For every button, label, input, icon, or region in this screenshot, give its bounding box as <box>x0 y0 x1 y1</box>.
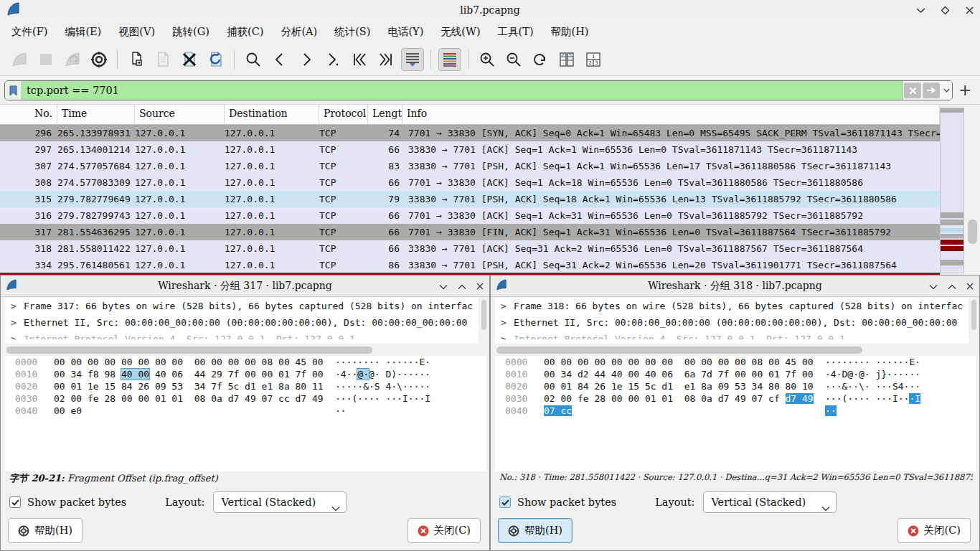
resize-columns-icon[interactable] <box>555 48 578 71</box>
hex-line[interactable]: 003002 00 fe 28 00 00 01 01 08 0a d7 49 … <box>5 392 486 405</box>
colorize-icon[interactable] <box>438 48 461 71</box>
menu-item-wireless[interactable]: 无线(W) <box>432 22 489 42</box>
go-to-packet-icon[interactable] <box>321 48 344 71</box>
hex-segment[interactable]: ·· <box>825 405 837 416</box>
hex-segment[interactable]: ·4·· <box>335 369 357 380</box>
expander-icon[interactable]: > <box>11 298 17 314</box>
tree-row[interactable]: >Frame 317: 66 bytes on wire (528 bits),… <box>5 298 479 314</box>
hex-segment[interactable]: 40 06 44 29 7f 00 00 01 7f 00 <box>149 369 324 380</box>
file-close-icon[interactable] <box>178 48 201 71</box>
dialog-close-icon[interactable] <box>476 279 484 293</box>
packet-row-307[interactable]: 307274.577057684127.0.0.1127.0.0.1TCP833… <box>0 158 940 174</box>
help-button[interactable]: 帮助(H) <box>498 518 573 543</box>
hex-segment[interactable]: ·····&·S 4·\····· <box>335 381 430 392</box>
menu-item-capture[interactable]: 捕获(C) <box>218 22 272 42</box>
column-header-length[interactable]: Length <box>368 105 402 124</box>
filter-bookmark-icon[interactable] <box>5 81 22 100</box>
hex-segment[interactable]: 00 e0 <box>54 405 82 416</box>
hex-segment[interactable]: ···&··\· ···S4··· <box>825 381 920 392</box>
menu-item-tools[interactable]: 工具(T) <box>489 22 542 42</box>
hex-line[interactable]: 004007 cc·· <box>495 405 976 417</box>
window-close-icon[interactable] <box>963 4 976 17</box>
filter-add-button[interactable]: + <box>958 83 971 98</box>
packet-list-minimap-scrollbar[interactable] <box>940 108 964 273</box>
hex-segment[interactable]: 00 01 84 26 1e 15 5c d1 e1 8a 09 53 34 8… <box>544 381 814 392</box>
hex-line[interactable]: 002000 01 1e 15 84 26 09 53 34 7f 5c d1 … <box>5 380 486 392</box>
hex-segment[interactable]: ········ ······E· <box>335 357 430 367</box>
column-header-no[interactable]: No. <box>0 105 57 124</box>
hex-segment[interactable]: ···(···· ···I·· <box>825 393 909 404</box>
hex-segment[interactable]: ·I <box>909 393 920 404</box>
menu-item-view[interactable]: 视图(V) <box>110 22 164 42</box>
hex-segment[interactable]: @· <box>357 369 369 380</box>
close-button[interactable]: 关闭(C) <box>407 518 481 543</box>
scrollbar-thumb[interactable] <box>968 220 977 244</box>
filter-dropdown-caret-icon[interactable] <box>941 88 952 93</box>
close-button[interactable]: 关闭(C) <box>897 518 971 543</box>
file-open-icon[interactable] <box>125 48 148 71</box>
menu-item-edit[interactable]: 编辑(E) <box>56 22 110 42</box>
hex-line[interactable]: 003002 00 fe 28 00 00 01 01 08 0a d7 49 … <box>495 392 976 405</box>
expander-icon[interactable]: > <box>501 314 507 331</box>
auto-scroll-icon[interactable] <box>401 48 424 71</box>
go-next-icon[interactable] <box>295 48 318 71</box>
layout-select[interactable]: Vertical (Stacked) <box>213 491 347 513</box>
reorder-columns-icon[interactable]: 123 <box>582 48 605 71</box>
dialog-minimize-icon[interactable] <box>439 279 448 293</box>
packet-row-334[interactable]: 334295.761480561127.0.0.1127.0.0.1TCP863… <box>0 257 940 273</box>
tree-row-partial[interactable]: >Internet Protocol Version 4, Src: 127.0… <box>495 331 969 339</box>
display-filter-input[interactable] <box>22 81 903 100</box>
hex-line[interactable]: 000000 00 00 00 00 00 00 00 00 00 00 00 … <box>5 356 486 368</box>
display-filter-field[interactable] <box>4 80 953 100</box>
hex-segment[interactable]: ·4·D@·@· j}······ <box>825 369 920 380</box>
show-packet-bytes-checkbox[interactable] <box>499 496 511 508</box>
hex-segment[interactable]: 02 00 fe 28 00 00 01 01 08 0a d7 49 07 c… <box>54 393 324 404</box>
tree-row[interactable]: >Frame 318: 66 bytes on wire (528 bits),… <box>495 298 969 314</box>
zoom-reset-icon[interactable] <box>529 48 552 71</box>
menu-item-help[interactable]: 帮助(H) <box>542 22 598 42</box>
packet-row-317[interactable]: 317281.554636295127.0.0.1127.0.0.1TCP667… <box>0 224 940 240</box>
hex-segment[interactable]: d7 49 <box>786 393 814 404</box>
hex-segment[interactable]: ········ ······E· <box>825 357 920 367</box>
menu-item-analyze[interactable]: 分析(A) <box>272 22 326 42</box>
filter-apply-icon[interactable] <box>923 83 940 98</box>
hex-segment[interactable]: ···(···· ···I···I <box>335 393 430 404</box>
hex-segment[interactable]: 02 00 fe 28 00 00 01 01 08 0a d7 49 07 c… <box>544 393 786 404</box>
zoom-in-icon[interactable] <box>476 48 499 71</box>
window-minimize-icon[interactable] <box>914 4 927 17</box>
menu-item-telephony[interactable]: 电话(Y) <box>379 22 432 42</box>
packet-row-308[interactable]: 308274.577083309127.0.0.1127.0.0.1TCP667… <box>0 174 940 191</box>
column-header-protocol[interactable]: Protocol <box>319 105 368 124</box>
hex-line[interactable]: 001000 34 d2 44 40 00 40 06 6a 7d 7f 00 … <box>495 368 976 380</box>
expander-icon[interactable]: > <box>501 298 507 314</box>
dialog-minimize-icon[interactable] <box>929 279 938 293</box>
dialog-titlebar[interactable]: Wireshark · 分组 318 · lib7.pcapng <box>491 276 979 297</box>
hex-line[interactable]: 004000 e0·· <box>5 405 486 417</box>
hex-segment[interactable]: 07 cc <box>544 405 572 416</box>
go-last-icon[interactable] <box>374 48 397 71</box>
packet-list-scrollbar[interactable] <box>966 105 980 273</box>
hex-segment[interactable]: 00 00 00 00 00 00 00 00 00 00 00 00 08 0… <box>544 357 814 367</box>
hex-segment[interactable]: 00 01 1e 15 84 26 09 53 34 7f 5c d1 e1 8… <box>54 381 324 392</box>
packet-row-316[interactable]: 316279.782799743127.0.0.1127.0.0.1TCP667… <box>0 207 940 224</box>
hex-line[interactable]: 000000 00 00 00 00 00 00 00 00 00 00 00 … <box>495 356 976 368</box>
column-header-info[interactable]: Info <box>402 105 940 124</box>
show-packet-bytes-checkbox[interactable] <box>9 496 21 508</box>
layout-select[interactable]: Vertical (Stacked) <box>703 491 837 513</box>
hex-segment[interactable]: 40 00 <box>121 369 149 380</box>
hex-line[interactable]: 001000 34 f8 98 40 00 40 06 44 29 7f 00 … <box>5 368 486 380</box>
menu-item-file[interactable]: 文件(F) <box>3 22 56 42</box>
dialog-maximize-icon[interactable] <box>948 279 956 293</box>
filter-clear-icon[interactable] <box>904 83 921 98</box>
file-reload-icon[interactable] <box>204 48 227 71</box>
tree-horizontal-scrollbar[interactable] <box>496 347 862 354</box>
packet-row-296[interactable]: 296265.133978931127.0.0.1127.0.0.1TCP747… <box>0 125 940 141</box>
tree-row[interactable]: >Ethernet II, Src: 00:00:00_00:00:00 (00… <box>5 314 479 331</box>
menu-item-statistics[interactable]: 统计(S) <box>326 22 379 42</box>
hex-segment[interactable]: 00 34 d2 44 40 00 40 06 6a 7d 7f 00 00 0… <box>544 369 814 380</box>
dialog-maximize-icon[interactable] <box>458 279 466 293</box>
hex-segment[interactable]: ·· <box>335 405 347 416</box>
help-button[interactable]: 帮助(H) <box>8 518 83 543</box>
tree-row-partial[interactable]: >Internet Protocol Version 4, Src: 127.0… <box>5 331 479 339</box>
dialog-close-icon[interactable] <box>966 279 974 293</box>
